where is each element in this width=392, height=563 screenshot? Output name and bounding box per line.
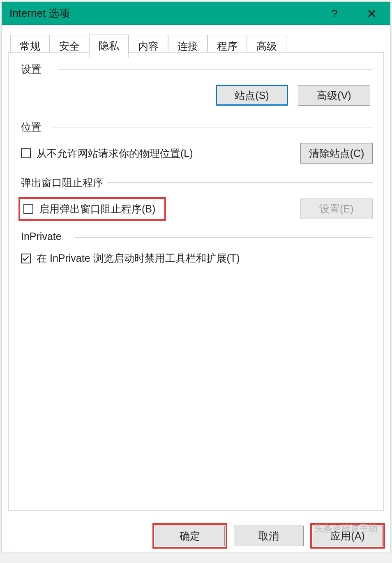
clear-sites-button[interactable]: 清除站点(C)	[300, 143, 373, 164]
sites-button[interactable]: 站点(S)	[216, 85, 288, 106]
popup-checkbox[interactable]: 启用弹出窗口阻止程序(B)	[21, 200, 164, 218]
popup-checkbox-label: 启用弹出窗口阻止程序(B)	[39, 202, 155, 216]
divider	[74, 237, 373, 238]
section-settings: 设置	[21, 62, 373, 76]
tab-privacy[interactable]: 隐私	[89, 35, 129, 58]
apply-button[interactable]: 应用(A)	[313, 526, 383, 546]
location-row: 从不允许网站请求你的物理位置(L) 清除站点(C)	[21, 143, 373, 164]
checkbox-icon	[23, 204, 33, 214]
divider	[107, 182, 373, 183]
inprivate-checkbox[interactable]: 在 InPrivate 浏览启动时禁用工具栏和扩展(T)	[21, 252, 373, 265]
settings-label: 设置	[21, 62, 46, 76]
popup-label: 弹出窗口阻止程序	[21, 176, 107, 189]
section-inprivate: InPrivate	[21, 231, 373, 242]
popup-settings-button: 设置(E)	[300, 198, 373, 219]
section-location: 位置	[21, 120, 373, 134]
dialog-buttons: 确定 取消 应用(A)	[155, 526, 383, 546]
titlebar: Internet 选项 ? ✕	[2, 2, 390, 25]
popup-row: 启用弹出窗口阻止程序(B) 设置(E)	[21, 198, 373, 219]
close-button[interactable]: ✕	[359, 2, 384, 25]
inprivate-checkbox-label: 在 InPrivate 浏览启动时禁用工具栏和扩展(T)	[37, 252, 240, 265]
inprivate-label: InPrivate	[21, 231, 66, 242]
divider	[58, 69, 373, 69]
cancel-button[interactable]: 取消	[234, 526, 304, 546]
settings-button-row: 站点(S) 高级(V)	[21, 85, 373, 106]
checkbox-icon	[21, 148, 31, 158]
location-label: 位置	[21, 120, 46, 134]
ok-button[interactable]: 确定	[155, 526, 225, 546]
tab-body: 设置 站点(S) 高级(V) 位置 从不允许网站请求你的物理位置(L) 清除站点…	[8, 52, 384, 511]
location-checkbox[interactable]: 从不允许网站请求你的物理位置(L)	[21, 147, 193, 160]
section-popup: 弹出窗口阻止程序	[21, 176, 373, 189]
check-icon	[23, 254, 29, 261]
checkbox-icon	[21, 254, 31, 263]
divider	[53, 127, 373, 127]
window: Internet 选项 ? ✕ 常规 安全 隐私 内容 连接 程序 高级 设置 …	[2, 2, 390, 552]
help-button[interactable]: ?	[322, 2, 347, 25]
location-checkbox-label: 从不允许网站请求你的物理位置(L)	[37, 147, 193, 160]
window-title: Internet 选项	[9, 6, 70, 21]
advanced-button[interactable]: 高级(V)	[298, 85, 370, 106]
